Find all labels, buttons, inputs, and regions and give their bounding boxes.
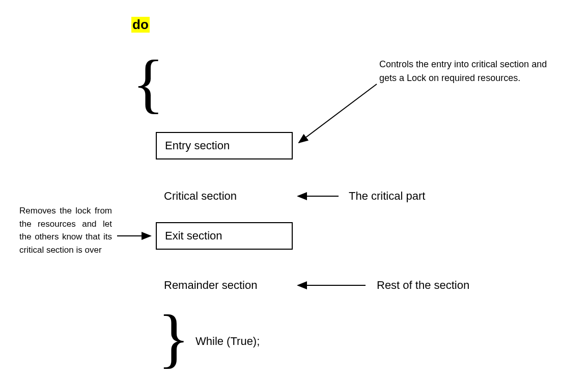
do-keyword: do — [131, 17, 150, 33]
critical-section-label: Critical section — [164, 190, 237, 203]
brace-close: } — [158, 305, 189, 371]
exit-section-label: Exit section — [165, 229, 222, 242]
entry-section-box: Entry section — [156, 132, 293, 159]
remainder-annotation: Rest of the section — [377, 279, 469, 292]
exit-section-box: Exit section — [156, 222, 293, 250]
arrow-entry — [299, 84, 377, 143]
entry-section-label: Entry section — [165, 139, 230, 152]
entry-annotation: Controls the entry into critical section… — [379, 58, 563, 85]
brace-open: { — [132, 50, 164, 116]
while-label: While (True); — [195, 335, 260, 348]
exit-annotation: Removes the lock from the resources and … — [19, 204, 112, 256]
critical-annotation: The critical part — [349, 190, 425, 203]
arrows-layer — [0, 0, 588, 375]
remainder-section-label: Remainder section — [164, 279, 257, 292]
